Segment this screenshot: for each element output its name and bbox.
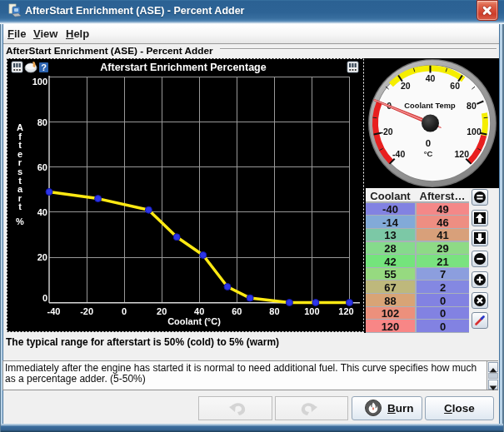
svg-text:40: 40 xyxy=(194,306,204,316)
svg-text:120: 120 xyxy=(338,306,353,316)
svg-text:120: 120 xyxy=(455,149,470,159)
svg-text:0: 0 xyxy=(42,293,47,303)
svg-text:80: 80 xyxy=(467,101,477,111)
svg-text:80: 80 xyxy=(269,306,279,316)
svg-text:40: 40 xyxy=(37,207,47,217)
svg-text:-20: -20 xyxy=(380,127,392,137)
svg-text:60: 60 xyxy=(450,81,460,91)
svg-text:80: 80 xyxy=(37,117,47,127)
svg-text:40: 40 xyxy=(426,73,436,83)
svg-text:?: ? xyxy=(41,62,47,72)
svg-text:-40: -40 xyxy=(392,149,405,159)
svg-text:60: 60 xyxy=(37,162,47,172)
svg-text:100: 100 xyxy=(304,306,319,316)
svg-text:20: 20 xyxy=(157,306,167,316)
svg-text:0: 0 xyxy=(122,306,127,316)
svg-text:100: 100 xyxy=(467,127,482,137)
svg-text:-20: -20 xyxy=(80,306,93,316)
svg-text:Coolant (°C): Coolant (°C) xyxy=(167,316,221,326)
svg-text:t: t xyxy=(18,201,22,211)
svg-text:-40: -40 xyxy=(47,306,61,316)
svg-text:0: 0 xyxy=(426,138,431,148)
svg-text:20: 20 xyxy=(37,252,47,262)
svg-text:100: 100 xyxy=(32,77,47,87)
svg-text:60: 60 xyxy=(232,306,242,316)
svg-text:°C: °C xyxy=(424,149,433,158)
svg-text:Afterstart Enrichment Percenta: Afterstart Enrichment Percentage xyxy=(100,62,266,73)
svg-text:%: % xyxy=(16,216,24,226)
svg-text:Coolant Temp: Coolant Temp xyxy=(404,102,456,110)
svg-text:20: 20 xyxy=(401,81,411,91)
